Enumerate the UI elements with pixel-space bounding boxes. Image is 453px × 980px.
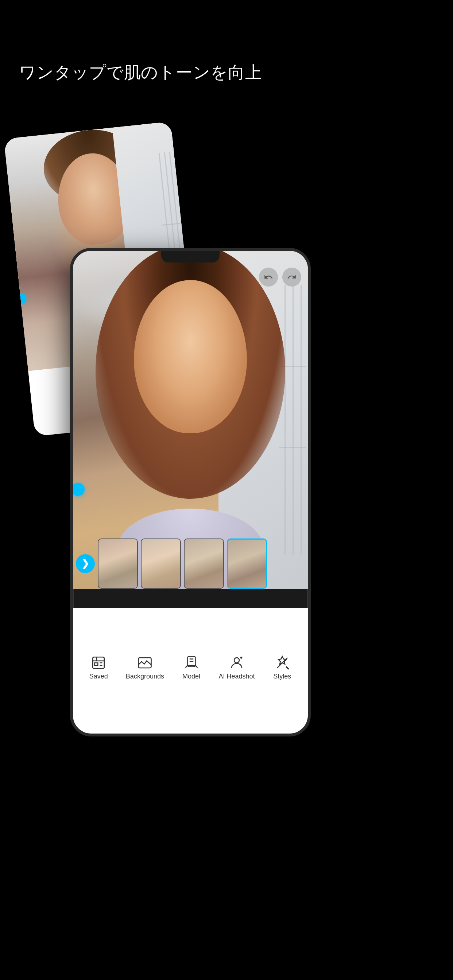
fg-nav-ai-headshot[interactable]: AI Headshot (219, 655, 255, 680)
fg-thumbnail-3[interactable] (184, 538, 224, 589)
fg-nav-styles-label: Styles (273, 673, 291, 680)
fg-model-icon (184, 655, 199, 670)
fg-redo-button[interactable] (282, 267, 301, 286)
fg-thumb-4-image (228, 539, 266, 588)
fg-nav-backgrounds-label: Backgrounds (126, 673, 164, 680)
fg-nav-styles[interactable]: Styles (264, 655, 301, 680)
fg-window-lines (279, 285, 306, 555)
fg-action-buttons (259, 267, 301, 286)
fg-nav-saved-label: Saved (89, 673, 108, 680)
fg-saved-icon (91, 655, 106, 670)
fg-bottom-nav: Saved Backgrounds Model (73, 608, 308, 733)
fg-nav-saved[interactable]: Saved (80, 655, 117, 680)
fg-portrait-image (73, 251, 308, 589)
fg-thumbnail-strip: ❯ (73, 538, 308, 589)
fg-thumb-1-image (99, 539, 137, 588)
fg-undo-icon (264, 272, 273, 282)
fg-window-vline-2 (292, 285, 293, 555)
svg-rect-10 (95, 663, 98, 665)
foreground-phone: ❯ Saved (70, 248, 311, 737)
fg-window-vline-1 (284, 285, 286, 555)
fg-thumbnail-4-selected[interactable] (227, 538, 267, 589)
fg-window-vline-3 (301, 285, 301, 555)
phone-notch (161, 251, 220, 262)
svg-point-17 (234, 658, 239, 663)
fg-redo-icon (287, 272, 297, 282)
fg-face (134, 280, 247, 433)
fg-ai-headshot-icon (229, 655, 244, 670)
fg-nav-ai-headshot-label: AI Headshot (219, 673, 255, 680)
fg-undo-button[interactable] (259, 267, 278, 286)
fg-nav-backgrounds[interactable]: Backgrounds (126, 655, 164, 680)
fg-nav-model-label: Model (182, 673, 200, 680)
fg-scroll-arrow[interactable]: ❯ (76, 554, 95, 573)
svg-line-19 (286, 667, 289, 670)
page-title: ワンタップで肌のトーンを向上 (19, 61, 262, 84)
fg-window-hline-2 (279, 447, 306, 448)
fg-backgrounds-icon (137, 655, 152, 670)
fg-blue-dot (72, 483, 85, 496)
fg-styles-icon (274, 655, 290, 670)
fg-nav-model[interactable]: Model (173, 655, 210, 680)
fg-thumbnail-2[interactable] (141, 538, 181, 589)
fg-thumb-3-image (185, 539, 223, 588)
fg-thumbnail-1[interactable] (98, 538, 138, 589)
fg-thumb-2-image (142, 539, 180, 588)
